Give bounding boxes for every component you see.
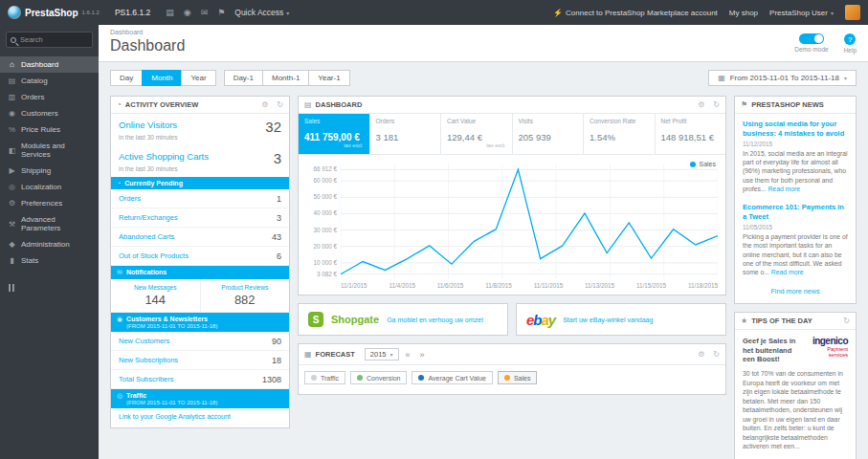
forecast-legend: Traffic Conversion Average Cart Value Sa… [299,365,725,394]
pending-row-returns[interactable]: Return/Exchanges 3 [111,208,289,228]
messages-icon[interactable]: ✉ [201,8,209,17]
kpi-net-profit[interactable]: Net Profit 148 918,51 € [656,114,726,154]
sidebar-item-administration[interactable]: ◆ Administration [0,236,99,252]
prestashop-brand[interactable]: PrestaShop 1.6.1.2 [8,6,100,19]
gear-icon[interactable]: ⚙ [698,350,704,359]
read-more-link[interactable]: Read more [768,186,800,192]
sidebar-item-stats[interactable]: ▮ Stats [0,252,99,269]
sidebar-item-localization[interactable]: ◎ Localization [0,179,99,195]
range-day-minus-1-button[interactable]: Day-1 [224,70,263,86]
kpi-conversion-rate[interactable]: Conversion Rate 1.54% [584,114,656,154]
activity-overview-panel: ◔ ACTIVITY OVERVIEW ⚙ ↻ Online Visitors … [110,96,290,428]
refresh-icon[interactable]: ↻ [277,100,283,109]
active-carts-link[interactable]: Active Shopping Carts [119,151,209,162]
range-month-minus-1-button[interactable]: Month-1 [262,70,309,86]
news-panel-title: PRESTASHOP NEWS [751,100,824,109]
sales-chart: 66 912 €60 000 €50 000 €40 000 €30 000 €… [299,155,725,295]
forecast-toggle-traffic[interactable]: Traffic [304,371,345,384]
kpi-visits[interactable]: Visits 205 939 [513,114,585,154]
pending-row-orders[interactable]: Orders 1 [111,189,289,208]
sidebar-item-preferences[interactable]: ⚙ Preferences [0,195,99,211]
sidebar-item-orders[interactable]: ▥ Orders [0,89,99,105]
x-tick-label: 11/13/2015 [585,282,614,289]
search-input[interactable] [20,35,89,44]
quick-access-menu[interactable]: Quick Access ▾ [234,8,289,17]
gear-icon[interactable]: ⚙ [261,100,268,109]
tips-panel-title: TIPS OF THE DAY [751,317,812,325]
refresh-icon[interactable]: ↻ [713,350,720,359]
new-messages-cell[interactable]: New Messages 144 [111,279,200,312]
google-analytics-link[interactable]: Link to your Google Analytics account [111,408,289,427]
refresh-icon[interactable]: ↻ [843,317,850,325]
demo-mode-toggle[interactable] [799,33,824,44]
shopgate-promo[interactable]: S Shopgate Ga mobiel en verhoog uw omzet [298,303,508,336]
forecast-next-button[interactable]: » [417,350,428,360]
ebay-promo[interactable]: ebay Start uw eBay-winkel vandaag [516,303,726,336]
range-year-button[interactable]: Year [181,70,215,86]
range-year-minus-1-button[interactable]: Year-1 [308,70,349,86]
tips-body-text: 30 tot 70% van de consumenten in Europa … [735,367,856,459]
administration-icon: ◆ [8,240,16,249]
page-title: Dashboard [110,37,185,55]
pending-row-out-of-stock[interactable]: Out of Stock Products 6 [111,247,289,266]
sidebar-item-advanced-parameters[interactable]: ⚒ Advanced Parameters [0,211,99,236]
x-tick-label: 11/4/2015 [389,282,415,289]
range-month-button[interactable]: Month [142,70,182,86]
shop-name-link[interactable]: PS1.6.1.2 [109,8,156,17]
sidebar-item-modules-and-services[interactable]: ◧ Modules and Services [0,138,99,163]
product-reviews-cell[interactable]: Product Reviews 882 [200,279,290,312]
pending-row-abandoned-carts[interactable]: Abandoned Carts 43 [111,228,289,247]
marketplace-link[interactable]: ⚡ Connect to PrestaShop Marketplace acco… [553,9,718,17]
chart-legend[interactable]: Sales [690,161,716,167]
y-tick-label: 30 000 € [313,227,337,233]
localization-icon: ◎ [8,183,16,191]
ebay-promo-link[interactable]: Start uw eBay-winkel vandaag [563,317,653,323]
kpi-sales[interactable]: Sales 411 759,00 € tax excl. [299,114,370,154]
customers-row-new-subscriptions[interactable]: New Subscriptions 18 [111,351,289,370]
forecast-toggle-conversion[interactable]: Conversion [350,371,407,384]
customers-row-new-customers[interactable]: New Customers 90 [111,332,289,351]
find-more-news-link[interactable]: Find more news [735,281,856,303]
catalog-icon: ▤ [8,76,16,85]
sidebar-item-catalog[interactable]: ▤ Catalog [0,73,99,89]
traffic-header: ◎ Traffic (FROM 2015-11-01 TO 2015-11-18… [111,389,289,408]
cart-icon[interactable]: ▤ [166,8,174,17]
forecast-toggle-average-cart-value[interactable]: Average Cart Value [412,371,492,384]
y-tick-label: 10 000 € [313,259,337,266]
forecast-year-select[interactable]: 2015 ▾ [365,348,399,361]
read-more-link[interactable]: Read more [771,269,804,275]
forecast-panel-title: FORECAST [316,350,355,359]
sidebar-item-customers[interactable]: ◉ Customers [0,105,99,121]
forecast-toggle-sales[interactable]: Sales [498,371,538,384]
sidebar-search [6,32,93,48]
date-range-label: From 2015-11-01 To 2015-11-18 [730,74,839,82]
activity-icon: ◔ [117,100,122,109]
forecast-prev-button[interactable]: « [403,350,413,360]
news-article-title[interactable]: Using social media for your business: 4 … [743,120,848,139]
sidebar-item-label: Price Rules [21,125,60,134]
kpi-orders[interactable]: Orders 3 181 [370,114,442,154]
sidebar-collapse-button[interactable] [9,284,90,292]
sidebar-item-dashboard[interactable]: ⌂ Dashboard [0,56,99,73]
news-article-title[interactable]: Ecommerce 101: Payments in a Tweet [743,203,848,222]
flag-icon[interactable]: ⚑ [217,8,225,17]
user-menu[interactable]: PrestaShop User ▾ [769,9,834,17]
sidebar-item-price-rules[interactable]: % Price Rules [0,121,99,138]
date-range-button[interactable]: ▦ From 2015-11-01 To 2015-11-18 ▾ [708,70,857,86]
forecast-year-value: 2015 [370,350,387,359]
customers-topbar-icon[interactable]: ◉ [184,8,191,17]
help-icon[interactable]: ? [844,33,856,45]
gear-icon[interactable]: ⚙ [698,100,704,109]
refresh-icon[interactable]: ↻ [713,100,720,109]
range-day-button[interactable]: Day [110,70,143,86]
customers-row-total-subscribers[interactable]: Total Subscribers 1308 [111,370,289,389]
news-icon: ⚑ [741,100,747,109]
shopgate-promo-link[interactable]: Ga mobiel en verhoog uw omzet [387,317,483,323]
user-menu-label: PrestaShop User [769,9,828,17]
kpi-cart-value[interactable]: Cart Value 129,44 € tax excl. [441,114,513,154]
my-shop-link[interactable]: My shop [729,9,758,17]
online-visitors-link[interactable]: Online Visitors [119,120,177,130]
sidebar-item-shipping[interactable]: ▶ Shipping [0,163,99,179]
dashboard-panel-title: DASHBOARD [316,100,363,109]
avatar[interactable] [845,5,860,20]
